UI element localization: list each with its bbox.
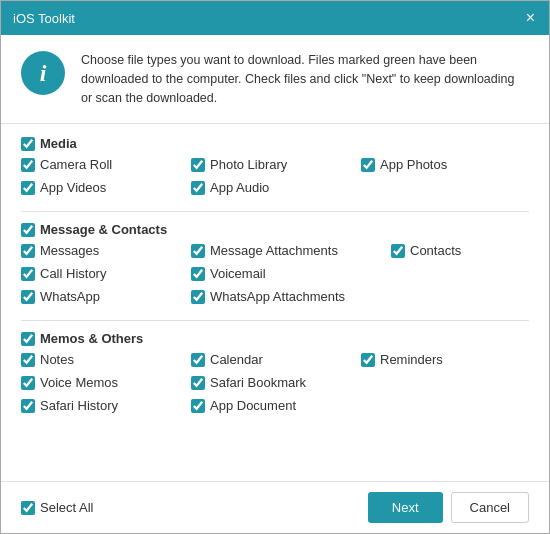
- list-item: App Audio: [191, 178, 361, 197]
- checkbox-whatsapp-attachments[interactable]: [191, 290, 205, 304]
- window-title: iOS Toolkit: [13, 11, 75, 26]
- info-bar: i Choose file types you want to download…: [1, 35, 549, 124]
- divider-2: [21, 320, 529, 321]
- list-item: WhatsApp Attachments: [191, 287, 391, 306]
- list-item: Photo Library: [191, 155, 361, 174]
- checkbox-safari-bookmark[interactable]: [191, 376, 205, 390]
- section-memos-header: Memos & Others: [21, 331, 529, 346]
- media-items: Camera Roll Photo Library App Photos App: [21, 155, 529, 197]
- title-bar: iOS Toolkit ×: [1, 1, 549, 35]
- message-contacts-label[interactable]: Message & Contacts: [40, 222, 167, 237]
- list-item: Notes: [21, 350, 191, 369]
- divider-1: [21, 211, 529, 212]
- memos-others-label[interactable]: Memos & Others: [40, 331, 143, 346]
- list-item: App Photos: [361, 155, 531, 174]
- section-media: Media Camera Roll Photo Library App Phot…: [21, 136, 529, 197]
- checkbox-messages[interactable]: [21, 244, 35, 258]
- memos-row-1: Notes Calendar Reminders: [21, 350, 531, 369]
- message-contacts-items: Messages Message Attachments Contacts Ca…: [21, 241, 529, 306]
- next-button[interactable]: Next: [368, 492, 443, 523]
- section-memos-others: Memos & Others Notes Calendar Reminders: [21, 331, 529, 415]
- checkbox-whatsapp[interactable]: [21, 290, 35, 304]
- list-item: Call History: [21, 264, 191, 283]
- info-text: Choose file types you want to download. …: [81, 51, 529, 107]
- msg-row-3: WhatsApp WhatsApp Attachments: [21, 287, 391, 306]
- section-media-header: Media: [21, 136, 529, 151]
- list-item: Contacts: [391, 241, 549, 260]
- checkbox-notes[interactable]: [21, 353, 35, 367]
- footer: Select All Next Cancel: [1, 481, 549, 533]
- footer-buttons: Next Cancel: [368, 492, 529, 523]
- memos-row-2: Voice Memos Safari Bookmark: [21, 373, 361, 392]
- list-item: App Videos: [21, 178, 191, 197]
- list-item: Safari Bookmark: [191, 373, 361, 392]
- list-item: WhatsApp: [21, 287, 191, 306]
- checkbox-call-history[interactable]: [21, 267, 35, 281]
- list-item: Safari History: [21, 396, 191, 415]
- content-area: Media Camera Roll Photo Library App Phot…: [1, 124, 549, 481]
- list-item: Message Attachments: [191, 241, 391, 260]
- msg-row-1: Messages Message Attachments Contacts: [21, 241, 549, 260]
- list-item: Reminders: [361, 350, 531, 369]
- checkbox-app-videos[interactable]: [21, 181, 35, 195]
- list-item: Voicemail: [191, 264, 361, 283]
- cancel-button[interactable]: Cancel: [451, 492, 529, 523]
- media-label[interactable]: Media: [40, 136, 77, 151]
- list-item: Calendar: [191, 350, 361, 369]
- checkbox-app-photos[interactable]: [361, 158, 375, 172]
- media-row-2: App Videos App Audio: [21, 178, 361, 197]
- checkbox-camera-roll[interactable]: [21, 158, 35, 172]
- checkbox-app-document[interactable]: [191, 399, 205, 413]
- list-item: Voice Memos: [21, 373, 191, 392]
- select-all-label[interactable]: Select All: [40, 500, 93, 515]
- list-item: Messages: [21, 241, 191, 260]
- list-item: Camera Roll: [21, 155, 191, 174]
- checkbox-safari-history[interactable]: [21, 399, 35, 413]
- msg-row-2: Call History Voicemail: [21, 264, 361, 283]
- info-icon: i: [21, 51, 65, 95]
- checkbox-message-contacts-header[interactable]: [21, 223, 35, 237]
- close-button[interactable]: ×: [524, 10, 537, 26]
- select-all-area: Select All: [21, 500, 93, 515]
- checkbox-media-header[interactable]: [21, 137, 35, 151]
- memos-others-items: Notes Calendar Reminders Voice Memos: [21, 350, 529, 415]
- checkbox-memos-others-header[interactable]: [21, 332, 35, 346]
- checkbox-message-attachments[interactable]: [191, 244, 205, 258]
- list-item: App Document: [191, 396, 361, 415]
- section-message-contacts-header: Message & Contacts: [21, 222, 529, 237]
- checkbox-calendar[interactable]: [191, 353, 205, 367]
- checkbox-voice-memos[interactable]: [21, 376, 35, 390]
- main-window: iOS Toolkit × i Choose file types you wa…: [0, 0, 550, 534]
- checkbox-voicemail[interactable]: [191, 267, 205, 281]
- memos-row-3: Safari History App Document: [21, 396, 361, 415]
- checkbox-photo-library[interactable]: [191, 158, 205, 172]
- checkbox-reminders[interactable]: [361, 353, 375, 367]
- checkbox-select-all[interactable]: [21, 501, 35, 515]
- section-message-contacts: Message & Contacts Messages Message Atta…: [21, 222, 529, 306]
- checkbox-app-audio[interactable]: [191, 181, 205, 195]
- media-row-1: Camera Roll Photo Library App Photos: [21, 155, 531, 174]
- checkbox-contacts[interactable]: [391, 244, 405, 258]
